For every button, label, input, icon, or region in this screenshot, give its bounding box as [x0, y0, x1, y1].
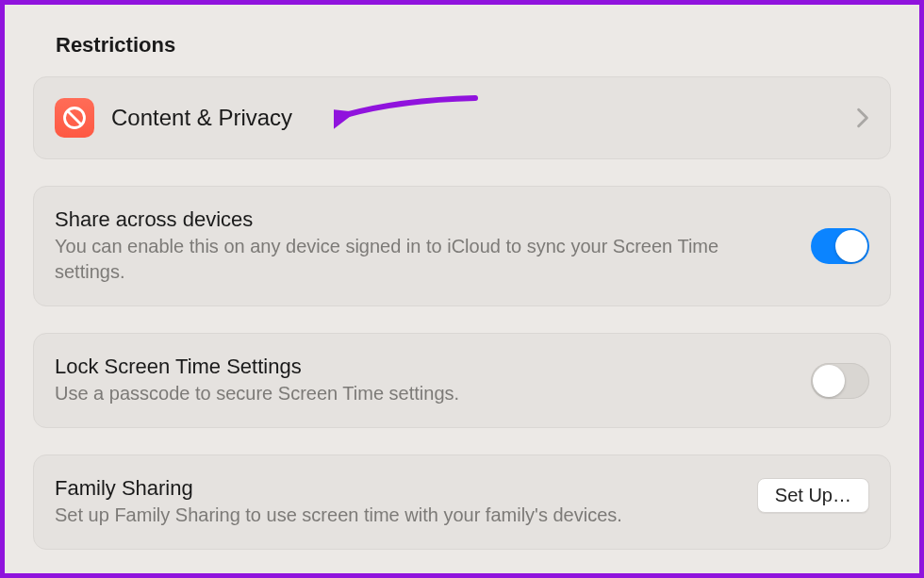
panel-content-privacy: Content & Privacy: [33, 76, 891, 159]
lock-settings-title: Lock Screen Time Settings: [55, 355, 792, 379]
chevron-right-icon: [856, 107, 869, 128]
lock-settings-text: Lock Screen Time Settings Use a passcode…: [55, 355, 792, 406]
family-sharing-text: Family Sharing Set up Family Sharing to …: [55, 476, 738, 528]
panel-share-devices: Share across devices You can enable this…: [33, 186, 891, 306]
lock-settings-toggle[interactable]: [811, 363, 869, 399]
family-sharing-desc: Set up Family Sharing to use screen time…: [55, 503, 738, 528]
row-family-sharing: Family Sharing Set up Family Sharing to …: [34, 455, 890, 549]
svg-line-1: [68, 111, 81, 124]
share-devices-text: Share across devices You can enable this…: [55, 207, 792, 285]
setup-button[interactable]: Set Up…: [757, 478, 869, 513]
share-devices-title: Share across devices: [55, 207, 792, 232]
panel-lock-settings: Lock Screen Time Settings Use a passcode…: [33, 333, 891, 428]
share-devices-desc: You can enable this on any device signed…: [55, 234, 792, 285]
row-lock-settings: Lock Screen Time Settings Use a passcode…: [34, 334, 890, 427]
lock-settings-desc: Use a passcode to secure Screen Time set…: [55, 381, 792, 406]
row-content-privacy[interactable]: Content & Privacy: [34, 77, 890, 158]
panel-family-sharing: Family Sharing Set up Family Sharing to …: [33, 454, 891, 550]
section-header-restrictions: Restrictions: [33, 33, 891, 58]
restrictions-icon: [55, 98, 94, 138]
row-share-devices: Share across devices You can enable this…: [34, 187, 890, 306]
share-devices-toggle[interactable]: [811, 228, 869, 264]
content-privacy-label: Content & Privacy: [111, 105, 845, 131]
family-sharing-title: Family Sharing: [55, 476, 738, 501]
